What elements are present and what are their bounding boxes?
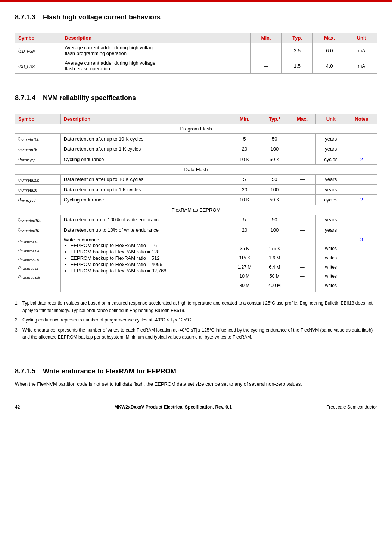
cell-typ: 50 K [260,195,289,205]
footnotes-814: 1. Typical data retention values are bas… [15,300,377,341]
cell-max: 6.0 [313,43,346,58]
cell-description: Data retention after up to 1 K cycles [60,144,229,154]
cell-min-group: 35 K315 K1.27 M10 M80 M [229,235,260,292]
col-min: Min. [251,33,282,43]
footer-page-num: 42 [15,404,20,410]
table-row: tnvmretd10k Data retention after up to 1… [15,174,377,184]
section-label: Data Flash [15,164,377,174]
cell-typ: 50 [260,174,289,184]
table-row: tnvmretp10k Data retention after up to 1… [15,134,377,144]
table-row-write-endurance: nnvmwroe16 nnvmwroe128 nnvmwroe512 nnvmw… [15,235,377,292]
cell-description: Data retention up to 100% of write endur… [60,215,229,225]
cell-min: 10 K [229,195,260,205]
cell-max: — [289,195,315,205]
cell-symbol: IDD_PGM [15,43,62,58]
cell-description: Average current adder during high voltag… [62,58,251,74]
cell-symbol: tnvmretee100 [15,215,61,225]
cell-max: 4.0 [313,58,346,74]
cell-typ: 100 [260,144,289,154]
cell-min: 10 K [229,154,260,164]
cell-unit: cycles [315,195,346,205]
cell-typ: 50 [260,215,289,225]
col-min: Min. [229,114,260,124]
cell-symbol: IDD_ERS [15,58,62,74]
cell-min: 20 [229,225,260,235]
table-row: IDD_ERS Average current adder during hig… [15,58,377,74]
cell-max: — [289,184,315,194]
top-bar [0,0,392,2]
section-814-heading: 8.7.1.4 NVM reliability specifications [15,94,377,102]
col-description: Description [62,33,251,43]
cell-description: Data retention up to 10% of write endura… [60,225,229,235]
cell-min: — [251,43,282,58]
cell-note [346,215,377,225]
section-815: 8.7.1.5 Write endurance to FlexRAM for E… [15,367,377,387]
col-unit: Unit [346,33,377,43]
table-row: IDD_PGM Average current adder during hig… [15,43,377,58]
cell-note: 2 [346,154,377,164]
cell-unit: years [315,225,346,235]
cell-max-group: ————— [289,235,315,292]
footnote-1: 1. Typical data retention values are bas… [15,300,377,314]
section-label-row: Data Flash [15,164,377,174]
table-row: tnvmretee10 Data retention up to 10% of … [15,225,377,235]
cell-unit-group: writeswriteswriteswriteswrites [315,235,346,292]
cell-description-group: Write endurance EEPROM backup to FlexRAM… [60,235,229,292]
cell-unit: years [315,215,346,225]
cell-note [346,225,377,235]
cell-note: 2 [346,195,377,205]
cell-typ: 100 [260,225,289,235]
cell-unit: cycles [315,154,346,164]
section-label: Program Flash [15,124,377,134]
cell-unit: mA [346,43,377,58]
section-813: 8.7.1.3 Flash high voltage current behav… [15,13,377,74]
cell-description: Data retention after up to 1 K cycles [60,184,229,194]
cell-description: Average current adder during high voltag… [62,43,251,58]
cell-max: — [289,144,315,154]
cell-unit: years [315,174,346,184]
cell-symbol: tnvmretp10k [15,134,61,144]
cell-min: — [251,58,282,74]
cell-description: Cycling endurance [60,154,229,164]
cell-min: 5 [229,134,260,144]
footer-center-text: MKW2xDxxxV Product Electrical Specificat… [20,404,326,410]
cell-symbol: tnvmretp1k [15,144,61,154]
col-symbol: Symbol [15,114,61,124]
section-label-row: Program Flash [15,124,377,134]
cell-symbol-group: nnvmwroe16 nnvmwroe128 nnvmwroe512 nnvmw… [15,235,61,292]
table-row: tnvmretp1k Data retention after up to 1 … [15,144,377,154]
footer: 42 MKW2xDxxxV Product Electrical Specifi… [15,402,377,410]
cell-symbol: tnvmretd10k [15,174,61,184]
cell-unit: years [315,144,346,154]
cell-max: — [289,215,315,225]
cell-max: — [289,154,315,164]
cell-max: — [289,225,315,235]
col-max: Max. [313,33,346,43]
table-813: Symbol Description Min. Typ. Max. Unit I… [15,33,377,74]
cell-unit: years [315,134,346,144]
cell-symbol: nnvmcycd [15,195,61,205]
col-unit: Unit [315,114,346,124]
cell-description: Data retention after up to 10 K cycles [60,134,229,144]
cell-description: Cycling endurance [60,195,229,205]
cell-typ: 2.5 [281,43,312,58]
cell-symbol: tnvmretee10 [15,225,61,235]
footer-company: Freescale Semiconductor [326,404,377,410]
cell-typ-group: 175 K1.6 M6.4 M50 M400 M [260,235,289,292]
col-max: Max. [289,114,315,124]
cell-typ: 100 [260,184,289,194]
cell-note [346,184,377,194]
col-typ: Typ.1 [260,114,289,124]
cell-unit: years [315,184,346,194]
footnote-2: 2. Cycling endurance represents number o… [15,317,377,324]
cell-min: 5 [229,215,260,225]
section-814: 8.7.1.4 NVM reliability specifications S… [15,94,377,341]
cell-typ: 50 K [260,154,289,164]
section-label-row: FlexRAM as EEPROM [15,205,377,215]
section-label: FlexRAM as EEPROM [15,205,377,215]
col-description: Description [60,114,229,124]
cell-symbol: tnvmretd1k [15,184,61,194]
cell-min: 20 [229,144,260,154]
cell-note [346,134,377,144]
cell-description: Data retention after up to 10 K cycles [60,174,229,184]
